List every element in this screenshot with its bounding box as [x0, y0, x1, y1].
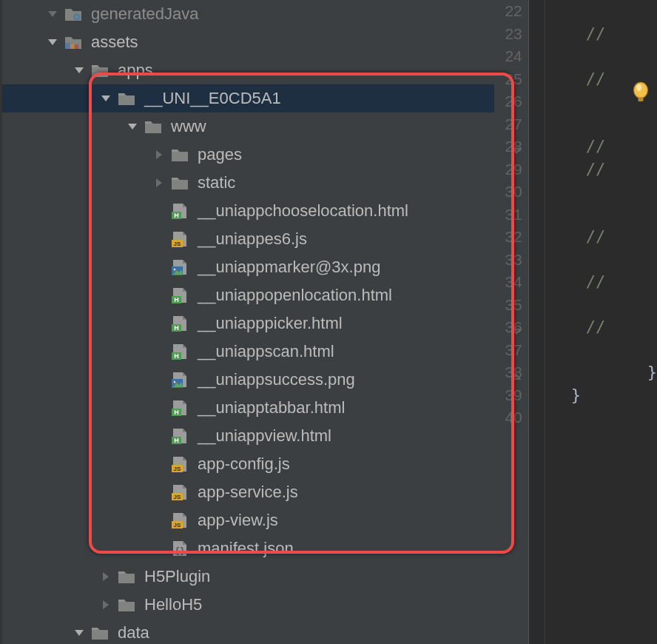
tree-item-label: __uniappchooselocation.html — [198, 201, 408, 221]
code-line[interactable]: } — [549, 361, 657, 384]
chevron-down-icon[interactable] — [44, 33, 61, 51]
tree-item-label: app-view.js — [198, 511, 278, 530]
line-number: 37 — [494, 339, 522, 362]
tree-row[interactable]: app-config.js — [10, 450, 494, 478]
tree-row[interactable]: __uniappopenlocation.html — [10, 281, 494, 309]
tree-item-label: apps — [118, 61, 153, 80]
chevron-down-icon[interactable] — [44, 5, 61, 23]
line-number: 36 — [494, 316, 522, 339]
chevron-right-icon[interactable] — [97, 596, 115, 614]
html-file-icon — [171, 428, 189, 444]
tree-row[interactable]: app-view.js — [10, 506, 494, 534]
tree-item-label: __UNI__E0CD5A1 — [144, 89, 281, 108]
code-line[interactable] — [549, 204, 657, 227]
tree-row[interactable]: app-service.js — [10, 478, 494, 506]
tree-item-label: manifest.json — [198, 539, 294, 558]
tree-row[interactable]: __uniappchooselocation.html — [10, 197, 494, 225]
code-line[interactable]: // — [549, 316, 657, 339]
tree-row[interactable]: __uniappscan.html — [10, 338, 494, 366]
folder-icon — [64, 34, 82, 50]
tree-row[interactable]: data — [10, 619, 494, 644]
html-file-icon — [171, 315, 189, 332]
tree-row[interactable]: static — [10, 169, 494, 197]
code-line[interactable]: // — [549, 271, 657, 294]
tree-item-label: app-config.js — [198, 455, 290, 474]
html-file-icon — [171, 203, 189, 219]
js-file-icon — [171, 512, 189, 529]
tree-item-label: H5Plugin — [144, 567, 210, 586]
chevron-down-icon[interactable] — [97, 90, 115, 107]
tree-row[interactable]: __UNI__E0CD5A1 — [2, 84, 494, 113]
tree-row[interactable]: __uniappmarker@3x.png — [10, 253, 494, 281]
code-line[interactable] — [549, 406, 657, 429]
tree-row[interactable]: HelloH5 — [10, 591, 494, 619]
line-number: 39 — [494, 384, 522, 407]
tree-item-label: static — [198, 173, 235, 192]
tree-item-label: HelloH5 — [144, 595, 202, 614]
tree-row[interactable]: __uniappsuccess.png — [10, 366, 494, 394]
line-number: 23 — [494, 23, 522, 46]
tree-item-label: www — [171, 117, 206, 136]
tree-item-label: assets — [91, 33, 138, 52]
chevron-down-icon[interactable] — [124, 118, 141, 135]
folder-icon — [171, 175, 189, 191]
line-number: 28 — [494, 135, 522, 158]
code-line[interactable] — [549, 45, 657, 68]
tree-item-label: __uniappmarker@3x.png — [198, 258, 380, 277]
svg-point-2 — [636, 84, 641, 91]
tree-row[interactable]: __uniappes6.js — [10, 225, 494, 253]
tree-item-label: data — [118, 623, 149, 643]
code-line[interactable] — [549, 181, 657, 204]
line-number: 25 — [494, 68, 522, 91]
tree-item-label: __uniappes6.js — [198, 229, 307, 249]
code-line[interactable] — [549, 339, 657, 362]
code-line[interactable] — [549, 113, 657, 136]
tree-row[interactable]: __uniappview.html — [10, 422, 494, 450]
image-file-icon — [171, 259, 189, 275]
tree-item-label: pages — [198, 145, 242, 164]
folder-icon — [144, 118, 162, 135]
code-line[interactable]: // — [549, 135, 657, 158]
chevron-right-icon[interactable] — [150, 146, 168, 164]
line-number: 40 — [494, 406, 522, 429]
tree-row[interactable]: manifest.json — [10, 534, 494, 563]
code-line[interactable]: // — [549, 23, 657, 46]
tree-row[interactable]: assets — [10, 28, 494, 56]
code-line[interactable]: // — [549, 158, 657, 181]
chevron-down-icon[interactable] — [70, 624, 88, 642]
line-number: 35 — [494, 294, 522, 317]
image-file-icon — [171, 372, 189, 388]
tree-row[interactable]: apps — [10, 56, 494, 84]
tree-row[interactable]: pages — [10, 141, 494, 169]
folder-icon — [171, 147, 189, 163]
tree-row[interactable]: H5Plugin — [10, 563, 494, 591]
tree-item-label: app-service.js — [198, 483, 298, 502]
folder-icon — [91, 625, 109, 641]
chevron-right-icon[interactable] — [97, 568, 115, 586]
code-line[interactable] — [549, 0, 657, 23]
line-number: 33 — [494, 249, 522, 272]
code-line[interactable] — [549, 294, 657, 317]
line-number: 31 — [494, 204, 522, 227]
tree-row[interactable]: __uniapppicker.html — [10, 309, 494, 338]
project-tree[interactable]: generatedJavaassetsapps__UNI__E0CD5A1www… — [0, 0, 494, 644]
line-number: 26 — [494, 90, 522, 113]
tree-row[interactable]: __uniapptabbar.html — [10, 394, 494, 422]
chevron-right-icon[interactable] — [150, 174, 168, 192]
folder-icon — [91, 62, 109, 78]
html-file-icon — [171, 343, 189, 360]
editor[interactable]: ////////////// }} — [529, 0, 657, 644]
line-number: 38 — [494, 361, 522, 384]
intention-bulb-icon[interactable] — [630, 81, 651, 103]
code-line[interactable] — [549, 249, 657, 272]
code-line[interactable]: // — [549, 226, 657, 249]
code-line[interactable]: } — [549, 384, 657, 407]
tree-item-label: __uniappopenlocation.html — [198, 286, 392, 305]
tree-row[interactable]: www — [10, 113, 494, 141]
chevron-down-icon[interactable] — [70, 61, 88, 79]
line-number: 27 — [494, 113, 522, 136]
js-file-icon — [171, 484, 189, 500]
svg-rect-1 — [638, 97, 643, 101]
tree-row[interactable]: generatedJava — [10, 0, 494, 28]
line-number: 34 — [494, 271, 522, 294]
